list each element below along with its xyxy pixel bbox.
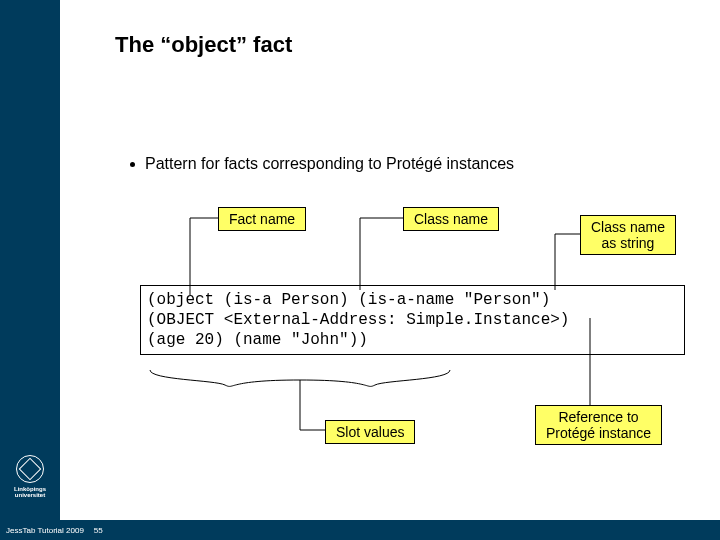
bullet-dot-icon xyxy=(130,162,135,167)
code-line-2: (OBJECT <External-Address: Simple.Instan… xyxy=(147,310,678,330)
footer-page: 55 xyxy=(94,526,103,535)
slide-title: The “object” fact xyxy=(115,32,292,58)
seal-icon xyxy=(16,455,44,483)
bullet-line: Pattern for facts corresponding to Proté… xyxy=(130,155,514,173)
code-block: (object (is-a Person) (is-a-name "Person… xyxy=(140,285,685,355)
label-class-name-string: Class name as string xyxy=(580,215,676,255)
university-logo: Linköpings universitet xyxy=(0,455,60,498)
footer-source: JessTab Tutorial 2009 xyxy=(6,526,84,535)
content-area: The “object” fact Pattern for facts corr… xyxy=(60,0,720,520)
code-line-3: (age 20) (name "John")) xyxy=(147,330,678,350)
bullet-text: Pattern for facts corresponding to Proté… xyxy=(145,155,514,172)
label-class-name: Class name xyxy=(403,207,499,231)
code-line-1: (object (is-a Person) (is-a-name "Person… xyxy=(147,290,678,310)
label-reference: Reference to Protégé instance xyxy=(535,405,662,445)
sidebar: Linköpings universitet xyxy=(0,0,60,540)
label-fact-name: Fact name xyxy=(218,207,306,231)
slide: Linköpings universitet JessTab Tutorial … xyxy=(0,0,720,540)
label-slot-values: Slot values xyxy=(325,420,415,444)
footer: JessTab Tutorial 2009 55 xyxy=(0,520,720,540)
university-name: Linköpings universitet xyxy=(0,486,60,498)
